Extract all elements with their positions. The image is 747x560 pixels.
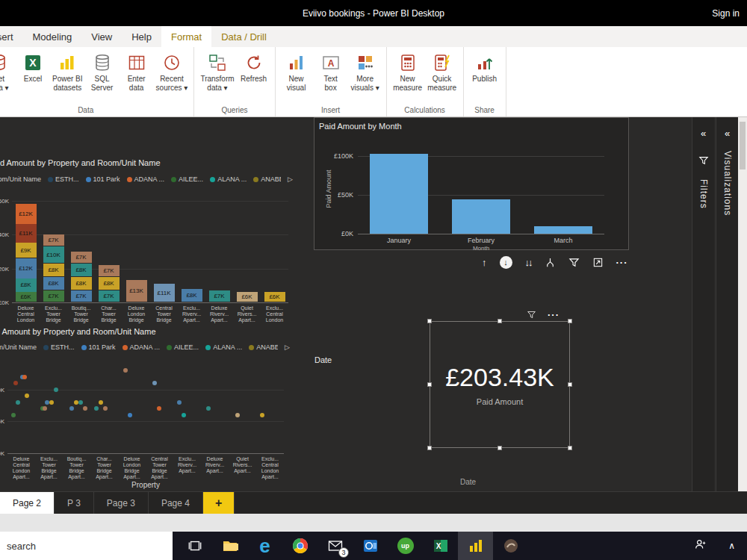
page-tab-page-3[interactable]: Page 3: [94, 492, 149, 514]
bar-january[interactable]: [370, 154, 428, 234]
scatter-point[interactable]: [22, 375, 27, 379]
bar-segment[interactable]: £7K: [43, 234, 64, 246]
expand-visualizations-chevron-icon[interactable]: «: [725, 128, 730, 139]
scatter-point[interactable]: [45, 400, 49, 405]
mail-icon[interactable]: 3: [317, 532, 353, 560]
menu-tab-format[interactable]: Format: [161, 26, 211, 47]
show-hidden-icons-chevron-icon[interactable]: ∧: [728, 541, 735, 551]
page-tab-page-2[interactable]: Page 2: [0, 492, 55, 514]
month-bar-chart-visual[interactable]: Paid Amount by MonthPaid Amount£0K£50K£1…: [314, 117, 629, 250]
legend-item-anabe[interactable]: ANABE...: [253, 175, 281, 183]
file-explorer-icon[interactable]: [212, 532, 247, 560]
ribbon-button-enter-data[interactable]: Enter data: [120, 52, 154, 94]
drill-up-icon[interactable]: ↑: [482, 257, 487, 268]
scatter-point[interactable]: [25, 393, 29, 398]
ribbon-button-excel[interactable]: XExcel: [16, 52, 50, 85]
edge-icon[interactable]: e: [247, 532, 282, 560]
scatter-point[interactable]: [83, 406, 87, 411]
ribbon-button-quick-measure[interactable]: Quick measure: [425, 52, 459, 94]
bar-february[interactable]: [452, 199, 510, 234]
bar-segment[interactable]: £7K: [43, 290, 64, 302]
scatter-point[interactable]: [103, 406, 108, 411]
expand-all-icon[interactable]: [545, 257, 556, 268]
legend-scroll-arrow-icon[interactable]: ▷: [288, 175, 293, 183]
legend-item-anabe[interactable]: ANABE...: [249, 343, 278, 351]
menu-tab-data-drill[interactable]: Data / Drill: [211, 26, 276, 47]
scatter-point[interactable]: [99, 400, 103, 405]
bar-segment[interactable]: £8K: [16, 279, 37, 292]
bar-segment[interactable]: £12K: [16, 258, 37, 279]
selection-handle[interactable]: [568, 446, 572, 450]
selection-handle[interactable]: [498, 446, 502, 450]
report-canvas[interactable]: Paid Amount by MonthPaid Amount£0K£50K£1…: [0, 117, 747, 491]
scatter-point[interactable]: [157, 406, 161, 411]
legend-item-adana[interactable]: ADANA ...: [123, 343, 161, 351]
selection-handle[interactable]: [568, 382, 572, 387]
legend-item-101-park[interactable]: 101 Park: [81, 343, 116, 351]
scatter-point[interactable]: [69, 406, 74, 411]
more-options-icon[interactable]: ···: [616, 257, 628, 268]
stacked-column-chart-visual[interactable]: Paid Amount by Property and Room/Unit Na…: [0, 155, 314, 328]
ribbon-button-sql-server[interactable]: SQL Server: [85, 52, 120, 94]
scatter-point[interactable]: [11, 413, 16, 417]
bar-segment[interactable]: £9K: [16, 243, 37, 258]
scatter-point[interactable]: [74, 400, 78, 405]
scatter-point[interactable]: [13, 381, 18, 385]
bar-segment[interactable]: £6K: [16, 292, 37, 302]
more-options-icon[interactable]: ···: [548, 309, 560, 320]
drill-mode-icon[interactable]: ↓: [500, 256, 512, 269]
filter-icon[interactable]: [527, 310, 536, 320]
new-page-tab-button[interactable]: +: [203, 492, 235, 514]
scatter-point[interactable]: [260, 413, 264, 417]
scatter-point[interactable]: [128, 413, 132, 417]
menu-tab-modeling[interactable]: Modeling: [23, 26, 82, 47]
bar-march[interactable]: [534, 226, 592, 234]
ribbon-button-new-visual[interactable]: New visual: [279, 52, 314, 94]
bar-segment[interactable]: £11K: [154, 284, 175, 302]
vertical-scrollbar[interactable]: [738, 117, 747, 491]
ribbon-button-recent-sources[interactable]: Recent sources ▾: [154, 52, 190, 94]
ribbon-button-power-bi-datasets[interactable]: Power BI datasets: [50, 52, 85, 94]
bar-segment[interactable]: £7K: [209, 290, 230, 302]
outlook-icon[interactable]: [353, 532, 388, 560]
menu-tab-insert[interactable]: Insert: [0, 26, 23, 47]
focus-mode-icon[interactable]: [592, 257, 604, 268]
scatter-point[interactable]: [182, 413, 186, 417]
visualizations-pane-collapsed[interactable]: « Visualizations: [716, 117, 738, 491]
scatter-point[interactable]: [43, 406, 47, 411]
task-view-icon[interactable]: [177, 532, 212, 560]
power-bi-icon[interactable]: [458, 532, 493, 560]
scatter-point[interactable]: [54, 388, 58, 392]
bar-segment[interactable]: £7K: [71, 252, 92, 263]
menu-tab-view[interactable]: View: [81, 26, 122, 47]
app-icon[interactable]: [493, 532, 528, 560]
legend-item-esth[interactable]: ESTH...: [43, 343, 75, 351]
ribbon-button-text-box[interactable]: AText box: [314, 52, 348, 94]
excel-icon[interactable]: X: [423, 532, 458, 560]
bar-segment[interactable]: £11K: [16, 224, 37, 242]
legend-item-alana[interactable]: ALANA ...: [210, 175, 247, 183]
scatter-point[interactable]: [235, 413, 240, 417]
ribbon-button-refresh[interactable]: Refresh: [237, 52, 271, 85]
ribbon-button-publish[interactable]: Publish: [468, 52, 502, 85]
ribbon-button-transform-data[interactable]: Transform data ▾: [198, 52, 236, 94]
scatter-point[interactable]: [123, 368, 128, 373]
legend-item-adana[interactable]: ADANA ...: [127, 175, 165, 183]
bar-segment[interactable]: £8K: [71, 264, 92, 277]
scrollbar-thumb[interactable]: [740, 122, 746, 169]
legend-scroll-arrow-icon[interactable]: ▷: [285, 343, 290, 351]
filters-pane-collapsed[interactable]: « Filters: [692, 117, 714, 491]
go-to-next-level-icon[interactable]: ↓↓: [525, 257, 532, 268]
people-icon[interactable]: [694, 538, 707, 554]
legend-item-alana[interactable]: ALANA ...: [205, 343, 242, 351]
bar-segment[interactable]: £8K: [43, 277, 64, 290]
scatter-point[interactable]: [206, 406, 211, 411]
bar-segment[interactable]: £7K: [71, 290, 92, 302]
bar-segment[interactable]: £8K: [43, 264, 64, 277]
bar-segment[interactable]: £6K: [237, 292, 258, 302]
legend-item-ailee[interactable]: AILEE...: [167, 343, 199, 351]
bar-segment[interactable]: £12K: [16, 204, 37, 224]
scatter-chart-visual[interactable]: Paid Amount by Property and Room/Unit Na…: [0, 323, 311, 491]
legend-item-esth[interactable]: ESTH...: [48, 175, 79, 183]
page-tab-page-4[interactable]: Page 4: [149, 492, 203, 514]
